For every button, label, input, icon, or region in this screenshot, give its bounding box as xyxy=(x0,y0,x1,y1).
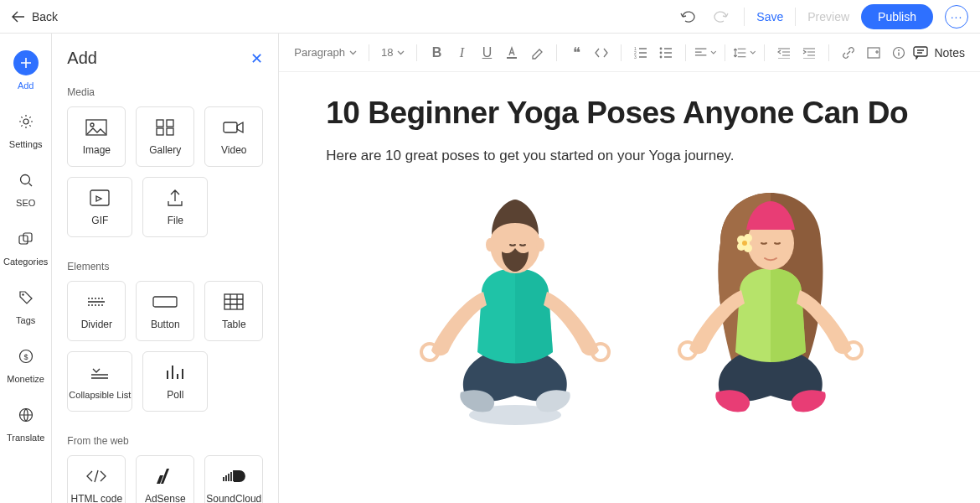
svg-point-34 xyxy=(536,238,544,252)
chevron-down-icon xyxy=(397,50,405,55)
text-color-button[interactable] xyxy=(501,42,523,64)
paragraph-dropdown[interactable]: Paragraph xyxy=(291,46,360,59)
svg-point-9 xyxy=(90,123,94,127)
plus-icon xyxy=(13,50,39,75)
rail-tags[interactable]: Tags xyxy=(1,280,51,334)
svg-rect-13 xyxy=(167,128,173,135)
yoga-man-illustration xyxy=(415,184,616,428)
post-title[interactable]: 10 Beginner Yoga Poses Anyone Can Do xyxy=(326,96,946,131)
divider xyxy=(795,8,796,26)
top-actions: Save Preview Publish ··· xyxy=(677,4,968,29)
notes-label: Notes xyxy=(934,46,965,60)
tile-label: File xyxy=(168,215,183,226)
preview-button[interactable]: Preview xyxy=(807,10,849,23)
svg-point-22 xyxy=(660,47,663,49)
video-icon xyxy=(223,117,245,137)
svg-rect-14 xyxy=(224,122,237,132)
more-options-button[interactable]: ··· xyxy=(945,5,968,29)
info-button[interactable] xyxy=(888,42,910,64)
divider xyxy=(744,8,745,26)
gear-icon xyxy=(13,109,39,134)
code-button[interactable] xyxy=(591,42,612,64)
tile-label: HTML code xyxy=(71,493,123,503)
yoga-woman-illustration xyxy=(674,184,867,428)
svg-point-23 xyxy=(660,51,663,54)
tile-file[interactable]: File xyxy=(142,177,208,237)
svg-rect-18 xyxy=(507,57,517,59)
indent-decrease-button[interactable] xyxy=(773,42,795,64)
rail-add[interactable]: Add xyxy=(1,45,51,99)
tile-poll[interactable]: Poll xyxy=(142,351,208,412)
tile-divider[interactable]: Divider xyxy=(67,281,126,341)
numbered-list-button[interactable]: 123 xyxy=(630,42,652,64)
top-bar: Back Save Preview Publish ··· xyxy=(0,0,980,34)
rail-monetize[interactable]: $ Monetize xyxy=(1,339,51,392)
italic-button[interactable]: I xyxy=(451,42,472,64)
divider xyxy=(369,44,369,61)
rail-categories[interactable]: Categories xyxy=(1,221,51,275)
add-title: Add xyxy=(67,49,97,68)
notes-button[interactable]: Notes xyxy=(913,46,965,60)
tile-gif[interactable]: GIF xyxy=(67,177,132,237)
ellipsis-icon: ··· xyxy=(951,10,963,23)
post-intro[interactable]: Here are 10 great poses to get you start… xyxy=(326,148,946,164)
code-icon xyxy=(85,466,107,486)
bold-button[interactable]: B xyxy=(426,42,447,64)
rail-label: Categories xyxy=(3,257,48,267)
undo-button[interactable] xyxy=(677,6,699,28)
indent-increase-button[interactable] xyxy=(798,42,820,64)
rail-settings[interactable]: Settings xyxy=(1,104,51,158)
insert-image-button[interactable] xyxy=(863,42,885,64)
align-dropdown[interactable] xyxy=(694,42,716,64)
font-size-dropdown[interactable]: 18 xyxy=(378,46,408,59)
svg-rect-12 xyxy=(157,128,163,135)
svg-text:$: $ xyxy=(23,353,28,361)
tile-collapsible-list[interactable]: Collapsible List xyxy=(67,351,132,412)
divider xyxy=(828,44,829,61)
save-button[interactable]: Save xyxy=(756,10,783,23)
back-button[interactable]: Back xyxy=(12,10,58,23)
tile-image[interactable]: Image xyxy=(67,106,126,167)
tile-soundcloud[interactable]: SoundCloud xyxy=(204,455,263,503)
underline-button[interactable]: U xyxy=(476,42,498,64)
gallery-icon xyxy=(156,117,174,137)
upload-icon xyxy=(167,188,183,208)
divider xyxy=(556,44,557,61)
adsense-icon xyxy=(156,466,174,486)
bullet-list-button[interactable] xyxy=(655,42,677,64)
rail-seo[interactable]: SEO xyxy=(1,163,51,216)
soundcloud-icon xyxy=(222,466,245,486)
highlight-button[interactable] xyxy=(526,42,548,64)
close-icon[interactable]: ✕ xyxy=(250,49,263,68)
publish-button[interactable]: Publish xyxy=(861,4,933,29)
tile-button[interactable]: Button xyxy=(136,281,194,341)
redo-button[interactable] xyxy=(710,6,732,28)
globe-icon xyxy=(13,402,39,428)
svg-point-24 xyxy=(660,55,663,58)
gif-icon xyxy=(90,188,110,208)
divider xyxy=(621,44,622,61)
tile-adsense[interactable]: AdSense xyxy=(136,455,194,503)
tile-table[interactable]: Table xyxy=(204,281,263,341)
divider xyxy=(725,44,725,61)
dollar-icon: $ xyxy=(13,344,39,369)
tile-label: GIF xyxy=(91,215,108,226)
document-body[interactable]: 10 Beginner Yoga Poses Anyone Can Do Her… xyxy=(279,72,980,428)
tile-video[interactable]: Video xyxy=(204,106,263,167)
rail-translate[interactable]: Translate xyxy=(1,397,51,451)
tile-label: Poll xyxy=(167,389,183,401)
tile-gallery[interactable]: Gallery xyxy=(136,106,194,167)
tile-label: Table xyxy=(222,319,246,330)
add-heading: Add ✕ xyxy=(67,49,263,68)
rail-label: Translate xyxy=(7,433,44,443)
tile-html[interactable]: HTML code xyxy=(67,455,126,503)
svg-point-27 xyxy=(899,49,900,51)
tile-label: SoundCloud xyxy=(206,493,261,503)
svg-rect-25 xyxy=(868,48,879,58)
divider xyxy=(764,44,765,61)
link-button[interactable] xyxy=(838,42,859,64)
quote-button[interactable]: ❝ xyxy=(565,42,587,64)
notes-icon xyxy=(913,46,928,60)
section-elements-label: Elements xyxy=(67,261,263,272)
line-spacing-dropdown[interactable] xyxy=(734,42,756,64)
